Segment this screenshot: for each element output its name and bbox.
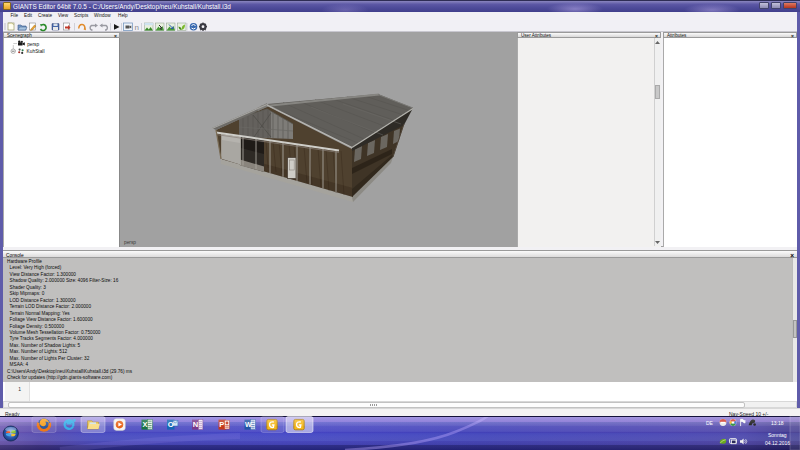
svg-text:13:18: 13:18: [771, 420, 784, 426]
svg-text:n: n: [135, 23, 139, 32]
svg-text:W: W: [245, 421, 252, 428]
svg-text:persp: persp: [27, 42, 39, 47]
svg-text:Sonntag: Sonntag: [768, 432, 787, 438]
svg-text:04.12.2016: 04.12.2016: [765, 440, 790, 446]
svg-text:N: N: [193, 420, 198, 429]
svg-text:DE: DE: [706, 420, 714, 426]
svg-text:O: O: [168, 420, 174, 429]
svg-text:P: P: [219, 420, 224, 429]
svg-text:KuhStall: KuhStall: [27, 49, 45, 54]
svg-text:X: X: [142, 420, 147, 429]
